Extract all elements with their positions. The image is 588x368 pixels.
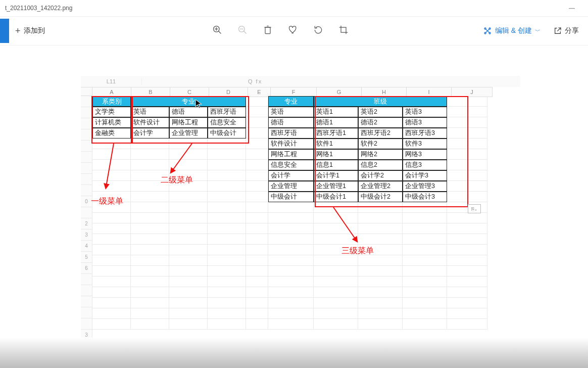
row-header[interactable] bbox=[81, 163, 92, 174]
delete-icon[interactable] bbox=[263, 25, 273, 37]
cell[interactable] bbox=[169, 287, 208, 298]
cell[interactable]: 中级会计 bbox=[268, 192, 314, 202]
cell[interactable] bbox=[169, 170, 208, 181]
cell[interactable] bbox=[358, 277, 403, 287]
cell[interactable]: 中级会计2 bbox=[358, 192, 403, 202]
row-header[interactable] bbox=[81, 96, 92, 107]
zoom-in-icon[interactable] bbox=[212, 25, 222, 37]
cell[interactable]: 信息3 bbox=[403, 160, 447, 170]
row-header[interactable] bbox=[81, 207, 92, 218]
cell[interactable]: 德语 bbox=[268, 117, 314, 128]
cell[interactable] bbox=[131, 149, 169, 160]
add-to-button[interactable]: + 添加到 bbox=[15, 26, 45, 36]
cell[interactable] bbox=[447, 234, 487, 245]
cell[interactable]: 英语3 bbox=[403, 107, 447, 117]
row-header[interactable]: 3 bbox=[81, 229, 92, 241]
column-header[interactable]: H bbox=[362, 87, 407, 97]
cell[interactable] bbox=[358, 287, 403, 298]
cell[interactable]: 软件设计 bbox=[131, 117, 169, 128]
cell[interactable] bbox=[246, 308, 268, 319]
cell[interactable] bbox=[208, 308, 246, 319]
cell[interactable] bbox=[447, 287, 487, 298]
cell[interactable] bbox=[92, 202, 131, 213]
cell[interactable] bbox=[169, 139, 208, 149]
cell[interactable]: 德语 bbox=[169, 107, 208, 117]
cell[interactable]: 西班牙语 bbox=[208, 107, 246, 117]
cell[interactable]: 信息安全 bbox=[208, 117, 246, 128]
cell[interactable] bbox=[447, 128, 487, 139]
cell[interactable] bbox=[169, 202, 208, 213]
cell[interactable] bbox=[169, 266, 208, 277]
cell[interactable] bbox=[246, 139, 268, 149]
cell[interactable]: 英语2 bbox=[358, 107, 403, 117]
cell[interactable] bbox=[131, 298, 169, 308]
cell[interactable] bbox=[169, 149, 208, 160]
cell[interactable] bbox=[246, 319, 268, 330]
row-header[interactable]: 6 bbox=[81, 263, 92, 274]
row-header[interactable] bbox=[81, 318, 92, 330]
cell[interactable] bbox=[169, 245, 208, 255]
cell[interactable] bbox=[208, 287, 246, 298]
cell[interactable] bbox=[131, 192, 169, 202]
cell[interactable]: 文学类 bbox=[92, 107, 131, 117]
cell[interactable] bbox=[92, 181, 131, 192]
cell[interactable] bbox=[169, 160, 208, 170]
cell[interactable] bbox=[169, 213, 208, 223]
row-header[interactable] bbox=[81, 285, 92, 296]
cell[interactable] bbox=[246, 223, 268, 234]
cell[interactable] bbox=[246, 128, 268, 139]
row-header[interactable] bbox=[81, 118, 92, 129]
cell[interactable] bbox=[358, 202, 403, 213]
cell[interactable] bbox=[131, 160, 169, 170]
cell[interactable] bbox=[208, 139, 246, 149]
cell[interactable] bbox=[131, 170, 169, 181]
cell[interactable] bbox=[131, 245, 169, 255]
cell[interactable] bbox=[268, 319, 314, 330]
cell[interactable] bbox=[358, 266, 403, 277]
cell[interactable] bbox=[208, 266, 246, 277]
crop-icon[interactable] bbox=[338, 25, 349, 37]
window-minimize-icon[interactable]: — bbox=[562, 5, 583, 12]
cell[interactable] bbox=[246, 266, 268, 277]
share-button[interactable]: 分享 bbox=[554, 26, 579, 35]
rotate-icon[interactable] bbox=[313, 25, 323, 37]
name-box[interactable]: L11 bbox=[81, 78, 142, 84]
column-header[interactable]: E bbox=[248, 87, 271, 97]
cell[interactable] bbox=[208, 192, 246, 202]
cell[interactable]: 软件3 bbox=[403, 139, 447, 149]
cell[interactable] bbox=[92, 149, 131, 160]
cell[interactable] bbox=[131, 213, 169, 223]
row-header[interactable]: 4 bbox=[81, 241, 92, 252]
cell[interactable] bbox=[92, 287, 131, 298]
column-header[interactable]: B bbox=[131, 87, 170, 97]
cell[interactable]: 软件设计 bbox=[268, 139, 314, 149]
cell[interactable] bbox=[131, 139, 169, 149]
cell[interactable] bbox=[92, 255, 131, 266]
cell[interactable]: 西班牙语3 bbox=[403, 128, 447, 139]
row-header[interactable] bbox=[81, 141, 92, 152]
column-header[interactable]: J bbox=[452, 87, 493, 97]
cell[interactable] bbox=[268, 202, 314, 213]
row-header[interactable] bbox=[81, 296, 92, 307]
favorite-icon[interactable] bbox=[288, 25, 298, 37]
cell[interactable] bbox=[246, 277, 268, 287]
cell[interactable] bbox=[246, 298, 268, 308]
cell[interactable] bbox=[208, 213, 246, 223]
column-header[interactable]: A bbox=[92, 87, 131, 97]
row-header[interactable]: 2 bbox=[81, 218, 92, 229]
cell[interactable] bbox=[208, 223, 246, 234]
cell[interactable] bbox=[246, 255, 268, 266]
cell[interactable] bbox=[131, 202, 169, 213]
cell[interactable] bbox=[447, 117, 487, 128]
cell[interactable] bbox=[131, 181, 169, 192]
cell[interactable] bbox=[208, 234, 246, 245]
cell[interactable] bbox=[92, 192, 131, 202]
cell[interactable] bbox=[447, 298, 487, 308]
edit-create-button[interactable]: 编辑 & 创建 ﹀ bbox=[483, 26, 541, 35]
cell[interactable] bbox=[314, 234, 358, 245]
cell[interactable] bbox=[246, 117, 268, 128]
cell[interactable] bbox=[358, 213, 403, 223]
cell[interactable] bbox=[358, 298, 403, 308]
cell[interactable] bbox=[447, 319, 487, 330]
cell[interactable]: 英语1 bbox=[314, 107, 358, 117]
